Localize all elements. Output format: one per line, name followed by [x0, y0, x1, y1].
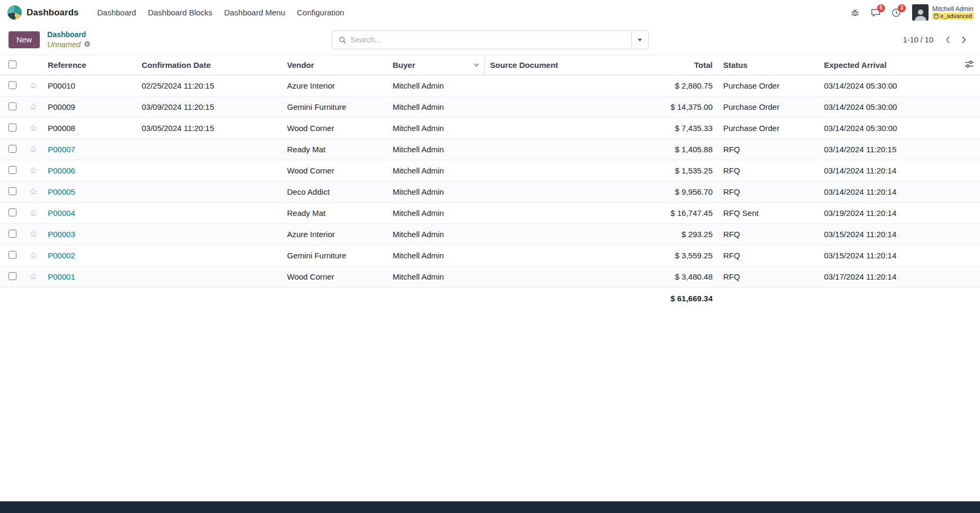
table-row[interactable]: ☆P00004Ready MatMitchell Admin$ 16,747.4…: [0, 203, 980, 224]
pager-next-button[interactable]: [956, 32, 972, 48]
table-row[interactable]: ☆P0001002/25/2024 11:20:15Azure Interior…: [0, 75, 980, 97]
buyer-header-label: Buyer: [393, 60, 415, 69]
favorite-star-icon[interactable]: ☆: [29, 229, 37, 239]
row-checkbox[interactable]: [8, 230, 16, 238]
table-row[interactable]: ☆P00007Ready MatMitchell Admin$ 1,405.88…: [0, 139, 980, 160]
row-expected-arrival: 03/19/2024 11:20:14: [819, 203, 959, 224]
row-buyer: Mitchell Admin: [387, 97, 484, 118]
row-star-cell[interactable]: ☆: [24, 266, 42, 288]
row-checkbox[interactable]: [8, 145, 16, 153]
row-end-cell: [959, 245, 980, 266]
row-checkbox[interactable]: [8, 208, 16, 216]
row-buyer: Mitchell Admin: [387, 181, 484, 203]
row-select-cell[interactable]: [0, 245, 24, 266]
row-select-cell[interactable]: [0, 181, 24, 203]
row-star-cell[interactable]: ☆: [24, 97, 42, 118]
row-select-cell[interactable]: [0, 139, 24, 160]
column-header-source-document[interactable]: Source Document: [484, 55, 629, 75]
row-reference[interactable]: P00008: [42, 118, 136, 139]
column-header-confirmation-date[interactable]: Confirmation Date: [136, 55, 282, 75]
favorite-star-icon[interactable]: ☆: [29, 81, 37, 91]
column-header-status[interactable]: Status: [718, 55, 819, 75]
search-area: [332, 30, 649, 49]
favorite-star-icon[interactable]: ☆: [29, 250, 37, 260]
favorite-star-icon[interactable]: ☆: [29, 102, 37, 112]
row-reference[interactable]: P00002: [42, 245, 136, 266]
row-select-cell[interactable]: [0, 118, 24, 139]
new-button[interactable]: New: [8, 31, 40, 48]
search-box[interactable]: [332, 30, 649, 49]
row-star-cell[interactable]: ☆: [24, 139, 42, 160]
column-header-vendor[interactable]: Vendor: [282, 55, 387, 75]
row-total: $ 2,880.75: [629, 75, 718, 97]
row-select-cell[interactable]: [0, 266, 24, 288]
menu-item-dashboard-blocks[interactable]: Dashboard Blocks: [142, 2, 219, 23]
favorite-star-icon[interactable]: ☆: [29, 187, 37, 197]
row-reference[interactable]: P00006: [42, 160, 136, 181]
row-star-cell[interactable]: ☆: [24, 224, 42, 245]
optional-columns-cell[interactable]: [959, 55, 980, 75]
row-reference[interactable]: P00003: [42, 224, 136, 245]
row-reference[interactable]: P00007: [42, 139, 136, 160]
row-total: $ 16,747.45: [629, 203, 718, 224]
favorite-star-icon[interactable]: ☆: [29, 272, 37, 282]
row-checkbox[interactable]: [8, 81, 16, 89]
column-header-buyer[interactable]: Buyer: [387, 55, 484, 75]
column-header-reference[interactable]: Reference: [42, 55, 136, 75]
row-vendor: Deco Addict: [282, 181, 387, 203]
favorite-star-icon[interactable]: ☆: [29, 166, 37, 176]
row-reference[interactable]: P00010: [42, 75, 136, 97]
user-menu[interactable]: Mitchell Admin e_advanced: [912, 4, 974, 21]
table-row[interactable]: ☆P00001Wood CornerMitchell Admin$ 3,480.…: [0, 266, 980, 288]
row-reference[interactable]: P00001: [42, 266, 136, 288]
breadcrumb: Dashboard Unnamed ⚙: [47, 30, 90, 49]
row-select-cell[interactable]: [0, 203, 24, 224]
column-header-total[interactable]: Total: [629, 55, 718, 75]
column-header-expected-arrival[interactable]: Expected Arrival: [819, 55, 959, 75]
select-all-checkbox[interactable]: [8, 60, 16, 68]
row-select-cell[interactable]: [0, 160, 24, 181]
activities-clock-icon[interactable]: 3: [887, 4, 905, 22]
table-row[interactable]: ☆P00003Azure InteriorMitchell Admin$ 293…: [0, 224, 980, 245]
row-checkbox[interactable]: [8, 272, 16, 280]
search-input[interactable]: [351, 36, 631, 44]
row-select-cell[interactable]: [0, 224, 24, 245]
row-checkbox[interactable]: [8, 102, 16, 110]
row-checkbox[interactable]: [8, 166, 16, 174]
favorite-star-icon[interactable]: ☆: [29, 144, 37, 154]
debug-bug-icon[interactable]: [846, 4, 864, 22]
row-reference[interactable]: P00005: [42, 181, 136, 203]
table-row[interactable]: ☆P0000903/09/2024 11:20:15Gemini Furnitu…: [0, 97, 980, 118]
select-all-cell[interactable]: [0, 55, 24, 75]
row-checkbox[interactable]: [8, 251, 16, 259]
row-select-cell[interactable]: [0, 97, 24, 118]
row-star-cell[interactable]: ☆: [24, 160, 42, 181]
breadcrumb-dashboard[interactable]: Dashboard: [47, 30, 90, 40]
search-dropdown-toggle[interactable]: [631, 31, 648, 49]
row-status: Purchase Order: [718, 118, 819, 139]
favorite-star-icon[interactable]: ☆: [29, 208, 37, 218]
row-star-cell[interactable]: ☆: [24, 203, 42, 224]
table-row[interactable]: ☆P00006Wood CornerMitchell Admin$ 1,535.…: [0, 160, 980, 181]
row-star-cell[interactable]: ☆: [24, 245, 42, 266]
menu-item-dashboard[interactable]: Dashboard: [91, 2, 142, 23]
menu-item-configuration[interactable]: Configuration: [291, 2, 350, 23]
table-row[interactable]: ☆P00005Deco AddictMitchell Admin$ 9,956.…: [0, 181, 980, 203]
favorite-star-icon[interactable]: ☆: [29, 123, 37, 133]
pager-previous-button[interactable]: [940, 32, 956, 48]
app-title[interactable]: Dashboards: [27, 7, 79, 18]
row-star-cell[interactable]: ☆: [24, 181, 42, 203]
row-reference[interactable]: P00004: [42, 203, 136, 224]
app-logo-icon[interactable]: [7, 5, 22, 20]
row-star-cell[interactable]: ☆: [24, 118, 42, 139]
messages-icon[interactable]: 5: [866, 4, 884, 22]
table-row[interactable]: ☆P0000803/05/2024 11:20:15Wood CornerMit…: [0, 118, 980, 139]
row-reference[interactable]: P00009: [42, 97, 136, 118]
row-checkbox[interactable]: [8, 187, 16, 195]
row-star-cell[interactable]: ☆: [24, 75, 42, 97]
menu-item-dashboard-menu[interactable]: Dashboard Menu: [218, 2, 291, 23]
gear-icon[interactable]: ⚙: [84, 40, 91, 49]
row-select-cell[interactable]: [0, 75, 24, 97]
row-checkbox[interactable]: [8, 124, 16, 132]
table-row[interactable]: ☆P00002Gemini FurnitureMitchell Admin$ 3…: [0, 245, 980, 266]
